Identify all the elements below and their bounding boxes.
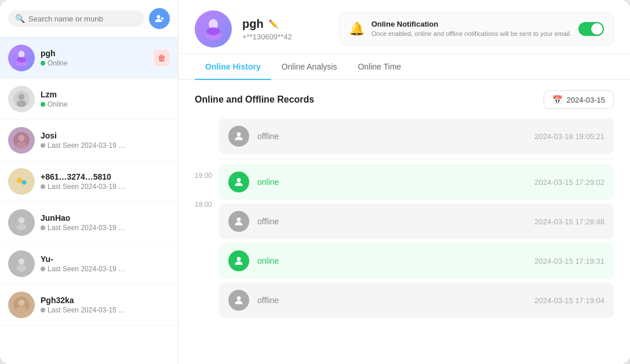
record-status-4: offline <box>257 296 526 305</box>
svg-point-17 <box>16 224 26 230</box>
record-item-1: online 2024-03-15 17:29:02 <box>219 164 614 200</box>
svg-point-22 <box>19 300 25 306</box>
edit-icon[interactable]: ✏️ <box>268 19 278 28</box>
record-avatar-4 <box>228 290 249 311</box>
svg-point-7 <box>19 94 25 100</box>
contact-name-josi: Josi <box>41 131 170 140</box>
offline-dot-pgh32ka <box>41 308 45 312</box>
search-bar: 🔍 <box>0 0 178 38</box>
delete-contact-button-pgh[interactable]: 🗑 <box>154 50 170 66</box>
avatar-josi <box>8 127 35 154</box>
contact-status-num: Last Seen 2024-03-19 … <box>41 183 170 191</box>
contact-status-junhao: Last Seen 2024-03-19 … <box>41 224 170 232</box>
contact-status-pgh32ka: Last Seen 2024-03-15 … <box>41 306 170 314</box>
notification-box: 🔔 Online Notification Once enabled, onli… <box>339 12 614 46</box>
contact-info-num: +861…3274…5810 Last Seen 2024-03-19 … <box>41 172 170 191</box>
record-avatar-1 <box>228 172 249 192</box>
contact-status-lzm: Online <box>41 100 170 108</box>
contact-info-josi: Josi Last Seen 2024-03-19 … <box>41 131 170 150</box>
notification-toggle[interactable] <box>578 22 604 36</box>
contact-item-josi[interactable]: Josi Last Seen 2024-03-19 … <box>0 120 178 161</box>
record-avatar-3 <box>228 250 249 271</box>
contact-info-yu: Yu- Last Seen 2024-03-19 … <box>41 254 170 273</box>
contact-name-pgh: pgh <box>41 49 154 58</box>
tab-online-analysis[interactable]: Online Analysis <box>271 54 348 79</box>
contact-info-pgh: pgh Online <box>41 49 154 67</box>
sidebar: 🔍 pgh <box>0 0 179 364</box>
avatar-lzm <box>8 86 35 112</box>
contact-item-pgh[interactable]: pgh Online 🗑 <box>0 38 178 79</box>
svg-point-26 <box>206 27 220 35</box>
svg-point-8 <box>16 100 26 107</box>
contact-status-pgh: Online <box>41 59 154 67</box>
profile-phone: +**130609**42 <box>242 32 329 41</box>
profile-name-row: pgh ✏️ <box>242 17 329 31</box>
tab-online-time[interactable]: Online Time <box>347 54 411 79</box>
calendar-icon: 📅 <box>552 95 562 104</box>
contact-item-num[interactable]: +861…3274…5810 Last Seen 2024-03-19 … <box>0 161 178 202</box>
svg-point-5 <box>17 57 26 62</box>
record-status-2: offline <box>257 217 526 226</box>
avatar-junhao <box>8 209 35 236</box>
notification-text: Online Notification Once enabled, online… <box>372 20 571 38</box>
contact-item-lzm[interactable]: Lzm Online <box>0 79 178 120</box>
contact-name-num: +861…3274…5810 <box>41 172 170 181</box>
contact-name-junhao: JunHao <box>41 213 170 223</box>
contact-item-pgh32ka[interactable]: Pgh32ka Last Seen 2024-03-15 … <box>0 285 178 326</box>
add-user-button[interactable] <box>149 8 170 29</box>
record-time-2: 2024-03-15 17:28:48 <box>534 217 604 226</box>
online-dot <box>41 61 45 65</box>
offline-dot-num <box>41 184 45 189</box>
contact-info-junhao: JunHao Last Seen 2024-03-19 … <box>41 213 170 232</box>
contact-info-lzm: Lzm Online <box>41 90 170 108</box>
bell-icon: 🔔 <box>349 21 365 37</box>
record-item-2: offline 2024-03-15 17:28:48 <box>219 203 614 239</box>
notification-description: Once enabled, online and offline notific… <box>372 30 571 38</box>
profile-avatar <box>195 10 232 48</box>
record-item-4: offline 2024-03-15 17:19:04 <box>219 282 614 318</box>
profile-header: pgh ✏️ +**130609**42 🔔 Online Notificati… <box>179 0 630 54</box>
avatar-num <box>8 168 35 195</box>
records-section: Online and Offline Records 📅 2024-03-15 … <box>179 80 630 364</box>
contact-status-label-num: Last Seen 2024-03-19 … <box>48 183 125 191</box>
tabs-bar: Online History Online Analysis Online Ti… <box>179 54 630 80</box>
search-input-wrap[interactable]: 🔍 <box>8 10 144 27</box>
contact-status-label-yu: Last Seen 2024-03-19 … <box>48 265 125 273</box>
contact-list: pgh Online 🗑 Lzm Online <box>0 38 178 364</box>
contact-status-label-junhao: Last Seen 2024-03-19 … <box>48 224 125 232</box>
svg-point-13 <box>17 178 22 183</box>
contact-item-yu[interactable]: Yu- Last Seen 2024-03-19 … <box>0 243 178 285</box>
time-label-19: 19:00 <box>195 172 219 201</box>
search-input[interactable] <box>28 14 137 23</box>
record-item-3: online 2024-03-15 17:19:31 <box>219 243 614 279</box>
svg-point-20 <box>16 265 26 271</box>
svg-point-14 <box>22 180 27 185</box>
contact-status-label-pgh32ka: Last Seen 2024-03-15 … <box>48 306 125 314</box>
notification-title: Online Notification <box>372 20 571 28</box>
svg-point-30 <box>237 257 241 261</box>
contact-status-yu: Last Seen 2024-03-19 … <box>41 265 170 273</box>
svg-point-11 <box>16 141 26 148</box>
record-status-0: offline <box>257 132 526 141</box>
add-user-icon <box>154 13 165 24</box>
records-header: Online and Offline Records 📅 2024-03-15 <box>195 90 614 109</box>
divider-0 <box>219 159 614 159</box>
avatar-yu <box>8 250 35 277</box>
tab-online-history[interactable]: Online History <box>195 54 271 79</box>
time-label-18: 18:00 <box>195 201 219 230</box>
date-picker[interactable]: 📅 2024-03-15 <box>544 90 614 109</box>
contact-name-yu: Yu- <box>41 254 170 264</box>
contact-name-pgh32ka: Pgh32ka <box>41 296 170 305</box>
svg-point-29 <box>237 217 241 221</box>
avatar-pgh32ka <box>8 292 35 318</box>
contact-name-lzm: Lzm <box>41 90 170 99</box>
avatar-pgh <box>8 45 35 71</box>
svg-point-3 <box>19 51 25 58</box>
app-container: 🔍 pgh <box>0 0 630 364</box>
contact-info-pgh32ka: Pgh32ka Last Seen 2024-03-15 … <box>41 296 170 314</box>
contact-status-label-pgh: Online <box>48 59 68 67</box>
contact-status-josi: Last Seen 2024-03-19 … <box>41 141 170 150</box>
profile-name: pgh <box>242 17 264 31</box>
contact-item-junhao[interactable]: JunHao Last Seen 2024-03-19 … <box>0 202 178 243</box>
svg-point-16 <box>19 217 25 224</box>
